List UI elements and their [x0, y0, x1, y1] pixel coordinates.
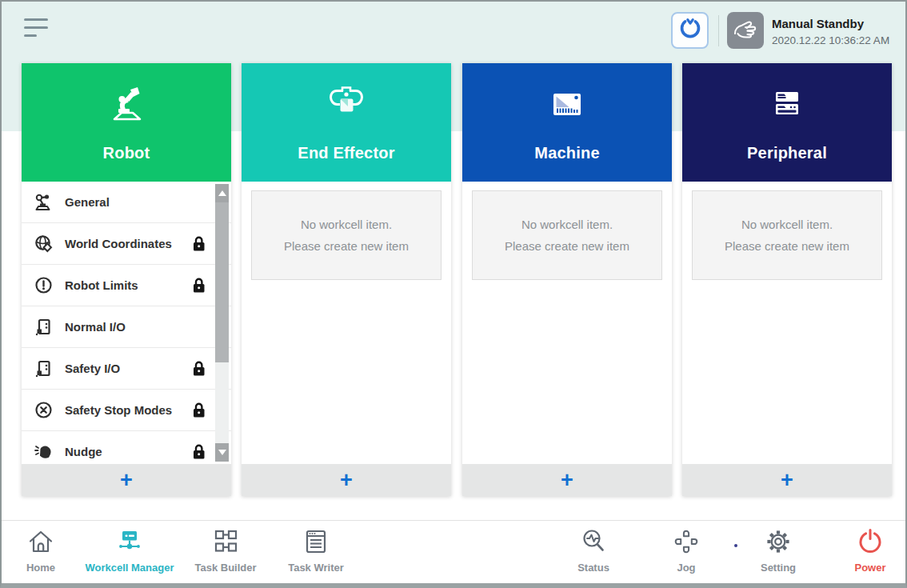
workcell-manager-icon — [114, 526, 146, 561]
empty-state-line1: No workcell item. — [741, 214, 833, 235]
menu-item-general[interactable]: General — [22, 182, 231, 223]
power-icon — [854, 526, 886, 561]
nav-label: Task Builder — [194, 562, 256, 574]
robot-limits-icon — [34, 275, 54, 295]
workcell-column-end-effector: End Effector No workcell item. Please cr… — [242, 63, 451, 496]
add-machine-item-button[interactable]: + — [462, 464, 672, 496]
lock-icon — [192, 443, 206, 460]
hamburger-menu-icon[interactable] — [24, 18, 51, 42]
nav-label: Status — [577, 562, 609, 574]
end-effector-column-title: End Effector — [298, 144, 394, 162]
menu-item-label: General — [65, 195, 206, 209]
menu-item-label: Safety Stop Modes — [65, 403, 181, 417]
empty-state-line2: Please create new item — [725, 235, 849, 257]
io-icon — [34, 317, 54, 337]
lock-icon — [192, 360, 206, 377]
nav-label: Home — [26, 562, 55, 574]
add-peripheral-item-button[interactable]: + — [682, 464, 892, 496]
robot-column-title: Robot — [103, 144, 150, 162]
workcell-column-robot: Robot General — [22, 63, 231, 496]
menu-item-label: World Coordinates — [65, 237, 181, 250]
nav-label: Setting — [761, 562, 796, 574]
safety-stop-icon — [34, 400, 54, 420]
robot-gripper-button[interactable] — [671, 12, 709, 49]
nav-status[interactable]: Status — [553, 526, 633, 574]
status-timestamp: 2020.12.22 10:36:22 AM — [772, 33, 889, 49]
hand-icon — [729, 13, 761, 48]
empty-state-line1: No workcell item. — [301, 214, 392, 235]
machine-column-title: Machine — [534, 144, 599, 162]
app-window: Manual Standby 2020.12.22 10:36:22 AM Ro… — [0, 0, 907, 588]
empty-state-line2: Please create new item — [505, 235, 629, 257]
menu-item-robot-limits[interactable]: Robot Limits — [22, 265, 231, 306]
scroll-up-button[interactable] — [215, 184, 229, 202]
menu-item-label: Normal I/O — [65, 320, 206, 334]
workcell-column-peripheral: Peripheral No workcell item. Please crea… — [682, 63, 892, 496]
gripper-tool-icon — [324, 83, 369, 131]
world-coordinates-icon — [34, 234, 54, 254]
machine-icon — [545, 83, 589, 131]
menu-item-label: Robot Limits — [65, 278, 181, 292]
add-robot-item-button[interactable]: + — [22, 464, 231, 496]
lock-icon — [192, 277, 206, 294]
peripheral-column-header: Peripheral — [682, 63, 892, 182]
nav-label: Jog — [677, 562, 695, 574]
robot-list-scrollbar[interactable] — [215, 184, 229, 462]
nav-label: Workcell Manager — [85, 562, 174, 574]
nav-task-writer[interactable]: Task Writer — [268, 526, 364, 574]
peripheral-server-icon — [765, 83, 809, 131]
io-icon — [34, 358, 54, 378]
gear-icon — [762, 526, 794, 561]
end-effector-column-header: End Effector — [242, 63, 451, 182]
nav-label: Task Writer — [288, 562, 344, 574]
manual-mode-button[interactable] — [727, 12, 764, 49]
jog-dpad-icon — [670, 526, 702, 561]
nav-home[interactable]: Home — [9, 526, 73, 574]
peripheral-column-title: Peripheral — [747, 144, 827, 162]
menu-item-normal-io[interactable]: Normal I/O — [22, 306, 231, 348]
status-pulse-icon — [577, 526, 609, 561]
menu-item-nudge[interactable]: Nudge — [22, 431, 231, 464]
gripper-icon — [674, 13, 706, 48]
empty-state-box: No workcell item. Please create new item — [251, 190, 442, 280]
lock-icon — [192, 235, 206, 252]
nav-setting[interactable]: Setting — [738, 526, 818, 574]
nav-workcell-manager[interactable]: Workcell Manager — [78, 526, 182, 574]
nav-jog[interactable]: Jog — [646, 526, 726, 574]
workcell-column-machine: Machine No workcell item. Please create … — [462, 63, 672, 496]
bottom-navigation-bar: Home Workcell Manager — [2, 520, 905, 583]
empty-state-box: No workcell item. Please create new item — [692, 190, 882, 280]
task-builder-icon — [210, 526, 242, 561]
menu-item-safety-io[interactable]: Safety I/O — [22, 348, 231, 390]
empty-state-line1: No workcell item. — [521, 214, 613, 235]
menu-item-label: Safety I/O — [65, 362, 181, 375]
scrollbar-thumb[interactable] — [215, 202, 229, 362]
empty-state-box: No workcell item. Please create new item — [472, 190, 662, 280]
add-end-effector-item-button[interactable]: + — [242, 464, 451, 496]
menu-item-safety-stop-modes[interactable]: Safety Stop Modes — [22, 390, 231, 431]
nav-label: Power — [854, 562, 885, 574]
robot-arm-icon — [104, 83, 149, 131]
topbar-divider — [718, 15, 719, 46]
scroll-down-button[interactable] — [215, 443, 229, 462]
task-writer-icon — [300, 526, 332, 561]
menu-item-label: Nudge — [65, 445, 181, 458]
empty-state-line2: Please create new item — [284, 235, 409, 257]
nudge-icon — [34, 442, 54, 462]
robot-mode-status: Manual Standby — [772, 15, 889, 33]
robot-column-header: Robot — [22, 63, 231, 182]
home-icon — [25, 526, 57, 561]
lock-icon — [192, 402, 206, 418]
nav-task-builder[interactable]: Task Builder — [178, 526, 274, 574]
machine-column-header: Machine — [462, 63, 672, 182]
general-robot-icon — [34, 192, 54, 212]
robot-menu-list: General World Coordinates — [22, 182, 231, 464]
nav-power[interactable]: Power — [830, 526, 907, 574]
menu-item-world-coordinates[interactable]: World Coordinates — [22, 223, 231, 265]
nav-separator-dot — [734, 544, 737, 547]
